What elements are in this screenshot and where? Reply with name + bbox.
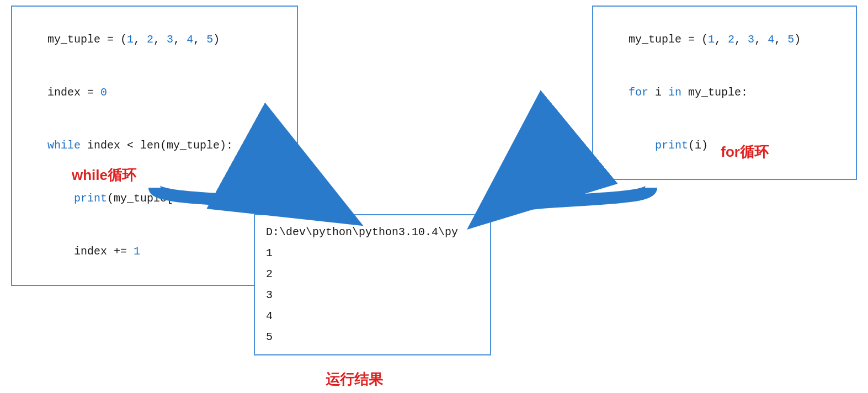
while-label: while循环 xyxy=(72,166,136,185)
while-line-4: print(my_tuple[index]) xyxy=(21,172,288,225)
result-line-5: 5 xyxy=(266,327,479,348)
result-line-3: 3 xyxy=(266,285,479,306)
result-line-1: 1 xyxy=(266,243,479,264)
result-line-2: 2 xyxy=(266,264,479,285)
result-label: 运行结果 xyxy=(326,370,383,389)
while-line-2: index = 0 xyxy=(21,66,288,119)
while-line-3: while index < len(my_tuple): xyxy=(21,119,288,172)
result-line-4: 4 xyxy=(266,306,479,327)
while-line-5: index += 1 xyxy=(21,225,288,278)
for-arrow xyxy=(486,188,651,214)
result-code-box: D:\dev\python\python3.10.4\py 1 2 3 4 5 xyxy=(254,214,491,355)
while-line-1: my_tuple = (1, 2, 3, 4, 5) xyxy=(21,13,288,66)
for-line-1: my_tuple = (1, 2, 3, 4, 5) xyxy=(602,13,847,66)
for-line-2: for i in my_tuple: xyxy=(602,66,847,119)
for-label: for循环 xyxy=(721,142,769,162)
result-line-path: D:\dev\python\python3.10.4\py xyxy=(266,222,479,243)
